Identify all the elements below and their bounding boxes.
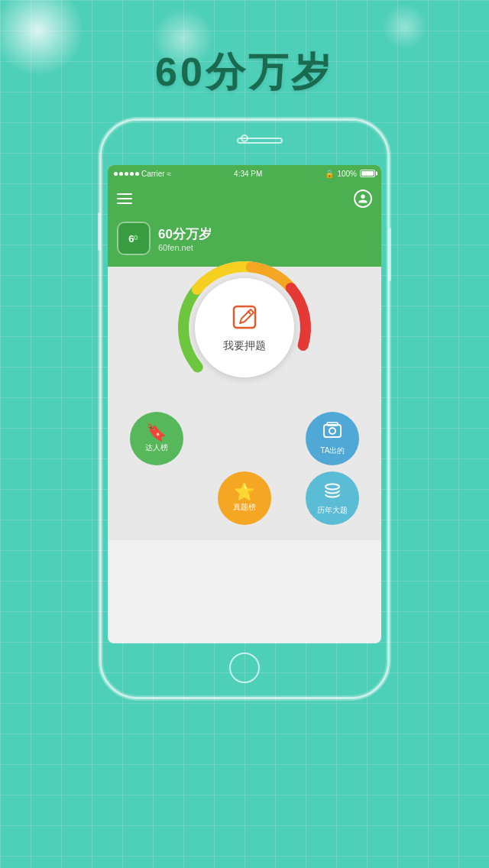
svg-rect-6 — [324, 425, 341, 437]
phone-side-button-right — [388, 228, 391, 281]
battery-fill — [361, 171, 374, 176]
linian-label: 历年大题 — [317, 505, 348, 516]
star-icon: ⭐ — [234, 484, 254, 500]
gauge-container: 我要押题 — [168, 251, 321, 404]
gauge-center-label: 我要押题 — [223, 339, 266, 353]
svg-point-8 — [329, 428, 335, 434]
app-url: 60fen.net — [158, 243, 212, 252]
status-left: Carrier ≈ — [114, 170, 171, 178]
app-header — [108, 182, 381, 215]
hamburger-line — [117, 202, 132, 204]
phone-side-button-left — [98, 212, 101, 251]
signal-dot — [119, 172, 123, 176]
daren-label: 达人榜 — [145, 442, 168, 453]
carrier-label: Carrier — [141, 170, 165, 178]
status-right: 🔒 100% — [325, 170, 375, 178]
bottom-left-placeholder — [130, 471, 183, 525]
bookmark-icon: 🔖 — [146, 424, 167, 441]
hamburger-line — [117, 193, 132, 195]
jiafen-label: 真题榜 — [233, 502, 256, 513]
battery-percent: 100% — [337, 170, 357, 178]
signal-dot — [125, 172, 128, 176]
battery-icon — [360, 170, 375, 177]
lock-icon: 🔒 — [325, 170, 334, 178]
menu-btn-ta-chuti[interactable]: TA出的 — [306, 412, 359, 465]
phone-frame: Carrier ≈ 4:34 PM 🔒 100% — [99, 118, 390, 699]
signal-dots — [114, 172, 139, 176]
person-icon — [358, 193, 368, 204]
ta-chuti-label: TA出的 — [320, 445, 345, 456]
hamburger-line — [117, 198, 132, 199]
edit-icon — [231, 303, 258, 335]
menu-btn-daren[interactable]: 🔖 达人榜 — [130, 412, 183, 465]
camera-icon — [322, 421, 342, 444]
svg-rect-5 — [234, 306, 255, 328]
app-name: 60分万岁 — [158, 225, 212, 243]
signal-dot — [114, 172, 118, 176]
signal-dot — [130, 172, 134, 176]
phone-speaker — [237, 138, 283, 144]
profile-button[interactable] — [354, 189, 372, 208]
phone-screen: Carrier ≈ 4:34 PM 🔒 100% — [108, 165, 381, 643]
gauge-center-button[interactable]: 我要押题 — [195, 278, 294, 377]
menu-btn-linian[interactable]: 历年大题 — [306, 471, 359, 525]
status-bar: Carrier ≈ 4:34 PM 🔒 100% — [108, 165, 381, 182]
wifi-icon: ≈ — [167, 170, 172, 178]
svg-point-9 — [325, 484, 339, 490]
layers-icon — [322, 481, 342, 504]
app-name-group: 60分万岁 60fen.net — [158, 225, 212, 252]
menu-btn-jiafen[interactable]: ⭐ 真题榜 — [218, 471, 271, 525]
app-icon: 6 o — [117, 222, 151, 255]
signal-dot — [135, 172, 139, 176]
phone-home-button[interactable] — [229, 653, 260, 683]
main-content: 我要押题 🔖 达人榜 — [108, 267, 381, 540]
app-icon-inner: 6 o — [118, 223, 149, 254]
menu-button[interactable] — [117, 193, 132, 204]
status-time: 4:34 PM — [234, 170, 262, 178]
page-title: 60分万岁 — [0, 46, 489, 99]
